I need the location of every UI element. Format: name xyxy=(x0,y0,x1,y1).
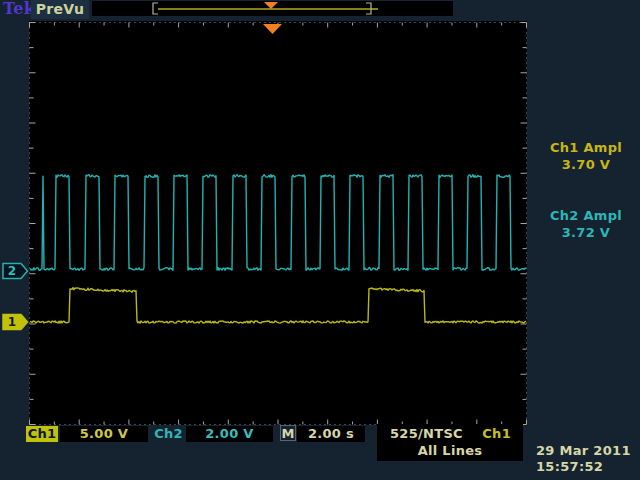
ch1-scale-readout: 5.00 V xyxy=(60,426,148,442)
record-trigger-marker-icon xyxy=(264,2,278,9)
ch2-amplitude-readout: Ch2 Ampl 3.72 V xyxy=(534,207,638,241)
oscilloscope-screen: Tek PreVu 2 1 Ch1 Ampl 3. xyxy=(0,0,640,480)
waveform-display xyxy=(29,21,527,425)
record-view-graphic xyxy=(92,1,453,16)
ch1-amplitude-value: 3.70 V xyxy=(534,156,638,173)
record-left-bracket-icon xyxy=(153,3,158,14)
ch1-amplitude-label: Ch1 Ampl xyxy=(534,139,638,156)
acquisition-status: PreVu xyxy=(31,0,89,19)
record-view-bar xyxy=(92,1,453,16)
date-text: 29 Mar 2011 xyxy=(536,443,638,459)
ch2-marker-label: 2 xyxy=(2,262,22,280)
ch2-amplitude-value: 3.72 V xyxy=(534,224,638,241)
ch2-scale-readout: 2.00 V xyxy=(186,426,273,442)
time-text: 15:57:52 xyxy=(536,459,638,475)
ch2-channel-badge: Ch2 xyxy=(152,426,185,442)
datetime-readout: 29 Mar 2011 15:57:52 xyxy=(536,443,638,475)
ch1-channel-badge: Ch1 xyxy=(26,426,58,442)
ch2-amplitude-label: Ch2 Ampl xyxy=(534,207,638,224)
ch1-amplitude-readout: Ch1 Ampl 3.70 V xyxy=(534,139,638,173)
ch1-marker-label: 1 xyxy=(2,313,22,331)
ch1-position-marker: 1 xyxy=(2,313,29,331)
trigger-mode: All Lines xyxy=(377,442,523,459)
trigger-standard: 525/NTSC xyxy=(390,426,463,442)
trigger-readout: 525/NTSC Ch1 All Lines xyxy=(377,424,523,461)
ch2-position-marker: 2 xyxy=(2,262,29,280)
timebase-readout: 2.00 s xyxy=(297,426,365,442)
graticule xyxy=(29,21,527,425)
timebase-badge: M xyxy=(280,425,296,441)
trigger-source: Ch1 xyxy=(482,426,511,442)
